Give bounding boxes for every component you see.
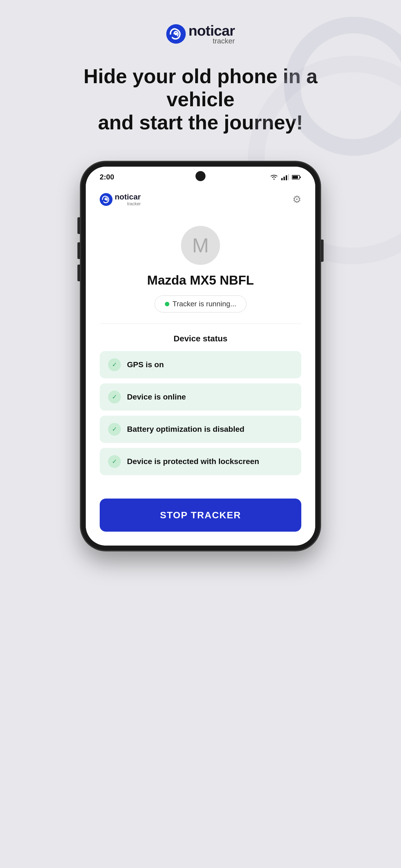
svg-rect-4 <box>286 175 287 180</box>
vehicle-name: Mazda MX5 NBFL <box>147 273 254 288</box>
status-check-battery: ✓ <box>108 423 121 436</box>
wifi-icon <box>269 174 279 181</box>
top-logo: noticar tracker <box>166 22 235 45</box>
top-logo-brand: noticar <box>189 22 235 39</box>
status-item-lockscreen: ✓ Device is protected with lockscreen <box>100 448 301 475</box>
status-check-gps: ✓ <box>108 358 121 371</box>
app-logo-icon <box>100 193 113 206</box>
noticar-logo-icon <box>166 24 186 44</box>
headline: Hide your old phone in a vehicle and sta… <box>33 65 368 134</box>
app-logo-text: noticar tracker <box>115 192 141 207</box>
top-logo-sub: tracker <box>213 37 235 45</box>
tracker-status-text: Tracker is running... <box>173 300 236 308</box>
device-status-section: Device status ✓ GPS is on ✓ Device is on… <box>86 324 315 489</box>
status-bar: 2:00 <box>86 167 315 184</box>
svg-point-1 <box>175 33 177 35</box>
svg-rect-2 <box>281 178 283 180</box>
signal-icon <box>281 174 289 180</box>
svg-rect-7 <box>300 176 301 178</box>
status-item-gps: ✓ GPS is on <box>100 351 301 378</box>
status-time: 2:00 <box>100 173 114 181</box>
settings-icon[interactable]: ⚙ <box>292 194 301 205</box>
svg-rect-3 <box>284 177 285 180</box>
camera-notch <box>196 171 205 181</box>
battery-icon <box>292 175 301 180</box>
tracker-status-badge: Tracker is running... <box>154 296 247 312</box>
status-item-text-battery: Battery optimization is disabled <box>127 425 245 434</box>
status-icons <box>269 174 301 181</box>
status-item-text-online: Device is online <box>127 393 186 401</box>
status-check-online: ✓ <box>108 391 121 403</box>
tracker-running-dot <box>165 302 169 306</box>
status-item-online: ✓ Device is online <box>100 383 301 411</box>
svg-rect-5 <box>288 174 289 180</box>
status-item-text-lockscreen: Device is protected with lockscreen <box>127 457 259 466</box>
app-logo-small: noticar tracker <box>100 192 141 207</box>
vehicle-avatar: M <box>181 226 220 265</box>
vehicle-section: M Mazda MX5 NBFL Tracker is running... <box>86 215 315 323</box>
device-status-title: Device status <box>100 334 301 343</box>
status-item-battery: ✓ Battery optimization is disabled <box>100 416 301 443</box>
phone-screen: 2:00 <box>86 167 315 546</box>
stop-section: STOP TRACKER <box>86 489 315 546</box>
stop-tracker-button[interactable]: STOP TRACKER <box>100 499 301 532</box>
phone-mockup: 2:00 <box>81 162 320 551</box>
svg-point-10 <box>105 199 107 200</box>
app-header: noticar tracker ⚙ <box>86 184 315 215</box>
phone-frame: 2:00 <box>81 162 320 551</box>
status-item-text-gps: GPS is on <box>127 360 164 369</box>
status-check-lockscreen: ✓ <box>108 455 121 468</box>
svg-rect-8 <box>292 176 298 179</box>
